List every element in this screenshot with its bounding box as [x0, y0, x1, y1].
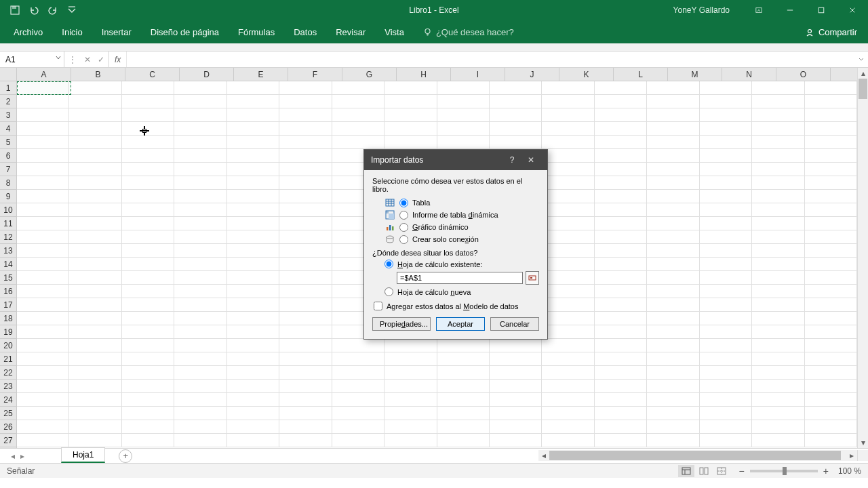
hscroll-thumb[interactable]	[549, 451, 841, 460]
add-sheet-button[interactable]: +	[119, 449, 132, 463]
row-header[interactable]: 13	[0, 244, 16, 258]
sheet-next-icon[interactable]: ▸	[20, 451, 24, 461]
row-header[interactable]: 25	[0, 407, 16, 420]
row-header[interactable]: 11	[0, 217, 16, 230]
column-header[interactable]: G	[342, 68, 397, 81]
select-all-corner[interactable]	[0, 68, 17, 81]
column-header[interactable]: C	[125, 68, 180, 81]
column-header[interactable]: L	[614, 68, 668, 81]
row-header[interactable]: 1	[0, 81, 16, 95]
column-header[interactable]: M	[668, 68, 722, 81]
close-icon[interactable]	[837, 0, 868, 20]
option-existing-sheet[interactable]: Hoja de cálculo existente:	[384, 260, 539, 268]
redo-icon[interactable]	[48, 5, 58, 15]
radio-table[interactable]	[399, 199, 408, 207]
row-header[interactable]: 16	[0, 285, 16, 298]
name-box-dropdown-icon[interactable]	[56, 55, 61, 60]
tab-page-layout[interactable]: Diseño de página	[141, 22, 229, 43]
zoom-level[interactable]: 100 %	[838, 466, 861, 476]
row-header[interactable]: 17	[0, 298, 16, 312]
view-page-break-icon[interactable]	[713, 465, 730, 477]
row-header[interactable]: 18	[0, 312, 16, 325]
tab-data[interactable]: Datos	[284, 22, 326, 43]
tab-insert[interactable]: Insertar	[92, 22, 141, 43]
scroll-up-icon[interactable]: ▴	[858, 68, 868, 79]
sheet-tab-active[interactable]: Hoja1	[61, 447, 105, 463]
zoom-out-button[interactable]: −	[739, 466, 745, 476]
column-header[interactable]: B	[71, 68, 125, 81]
customize-qat-icon[interactable]	[67, 5, 77, 15]
row-header[interactable]: 21	[0, 352, 16, 366]
row-header[interactable]: 27	[0, 434, 16, 447]
save-icon[interactable]	[10, 5, 20, 15]
column-header[interactable]: E	[234, 68, 288, 81]
dialog-help-icon[interactable]: ?	[502, 150, 521, 170]
row-header[interactable]: 14	[0, 258, 16, 271]
option-pivot-chart[interactable]: Gráfico dinámico	[384, 222, 539, 232]
row-header[interactable]: 5	[0, 136, 16, 149]
option-connection-only[interactable]: Crear solo conexión	[384, 234, 539, 245]
properties-button[interactable]: Propiedades...	[372, 317, 431, 331]
radio-connection-only[interactable]	[399, 235, 408, 244]
row-header[interactable]: 26	[0, 420, 16, 434]
tab-view[interactable]: Vista	[375, 22, 414, 43]
enter-formula-icon[interactable]: ✓	[98, 55, 104, 64]
row-header[interactable]: 15	[0, 271, 16, 285]
checkbox-data-model[interactable]	[374, 302, 382, 310]
view-normal-icon[interactable]	[678, 465, 694, 477]
account-name[interactable]: YoneY Gallardo	[673, 5, 730, 15]
row-header[interactable]: 3	[0, 108, 16, 122]
option-table[interactable]: Tabla	[384, 197, 539, 208]
row-header[interactable]: 20	[0, 339, 16, 352]
radio-pivot-chart[interactable]	[399, 223, 408, 232]
ok-button[interactable]: Aceptar	[436, 317, 485, 331]
tab-review[interactable]: Revisar	[326, 22, 375, 43]
row-header[interactable]: 9	[0, 190, 16, 203]
tab-file[interactable]: Archivo	[4, 22, 52, 43]
tell-me-search[interactable]: ¿Qué desea hacer?	[414, 22, 524, 43]
cancel-button[interactable]: Cancelar	[490, 317, 539, 331]
more-icon[interactable]: ⋮	[68, 55, 77, 64]
row-header[interactable]: 24	[0, 393, 16, 407]
column-header[interactable]: A	[17, 68, 71, 81]
row-header[interactable]: 23	[0, 380, 16, 393]
option-pivot-report[interactable]: Informe de tabla dinámica	[384, 209, 539, 220]
hscroll-left-icon[interactable]: ◂	[538, 451, 549, 460]
row-header[interactable]: 2	[0, 95, 16, 108]
tab-home[interactable]: Inicio	[52, 22, 92, 43]
name-box[interactable]	[0, 52, 64, 67]
row-header[interactable]: 22	[0, 366, 16, 380]
radio-pivot-report[interactable]	[399, 211, 408, 220]
maximize-icon[interactable]	[806, 0, 837, 20]
vscroll-thumb[interactable]	[859, 79, 867, 99]
tab-formulas[interactable]: Fórmulas	[229, 22, 284, 43]
row-header[interactable]: 19	[0, 325, 16, 339]
row-header[interactable]: 8	[0, 176, 16, 190]
vertical-scrollbar[interactable]: ▴ ▾	[857, 68, 868, 448]
sheet-prev-icon[interactable]: ◂	[11, 451, 15, 461]
row-header[interactable]: 12	[0, 230, 16, 244]
share-button[interactable]: Compartir	[794, 22, 868, 43]
horizontal-scrollbar[interactable]: ◂ ▸	[538, 450, 857, 461]
row-header[interactable]: 6	[0, 149, 16, 163]
column-header[interactable]: J	[505, 68, 559, 81]
scroll-down-icon[interactable]: ▾	[858, 437, 868, 448]
column-header[interactable]: I	[451, 68, 505, 81]
minimize-icon[interactable]	[774, 0, 806, 20]
column-header[interactable]: O	[776, 68, 831, 81]
hscroll-right-icon[interactable]: ▸	[846, 451, 857, 460]
row-header[interactable]: 10	[0, 203, 16, 217]
undo-icon[interactable]	[29, 5, 39, 15]
ribbon-display-icon[interactable]	[743, 0, 774, 20]
zoom-slider[interactable]	[750, 470, 818, 472]
column-header[interactable]: F	[288, 68, 342, 81]
row-header[interactable]: 7	[0, 163, 16, 176]
dialog-close-icon[interactable]: ✕	[521, 150, 540, 170]
name-box-input[interactable]	[0, 55, 54, 64]
option-new-sheet[interactable]: Hoja de cálculo nueva	[384, 287, 539, 296]
column-header[interactable]: K	[559, 68, 614, 81]
expand-formula-bar-icon[interactable]	[854, 52, 868, 67]
cancel-formula-icon[interactable]: ✕	[84, 55, 91, 64]
view-page-layout-icon[interactable]	[696, 465, 712, 477]
hscroll-split[interactable]	[857, 450, 868, 461]
